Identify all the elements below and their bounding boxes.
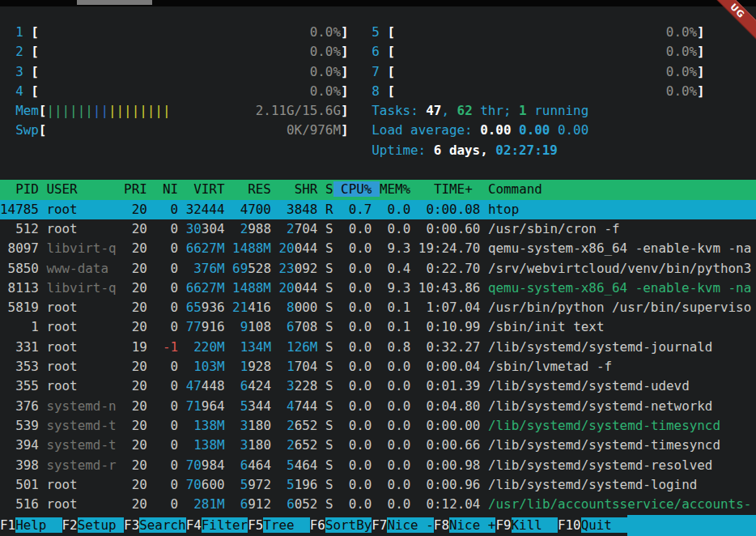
- process-mem: 9.3: [380, 240, 410, 256]
- mem-meter-value: 2.11G/15.6G: [256, 103, 341, 118]
- process-row[interactable]: 516 root 20 0 281M 6912 6052 S 0.0 0.0 0…: [0, 495, 756, 514]
- process-row[interactable]: 376 systemd-n 20 0 71964 5344 4744 S 0.0…: [0, 397, 756, 416]
- column-header-mem[interactable]: MEM%: [380, 181, 410, 197]
- load-average-stat: [512, 122, 520, 138]
- process-res: 4700: [240, 202, 271, 217]
- process-shr: 2: [287, 418, 295, 433]
- process-user: root: [46, 202, 116, 217]
- process-row[interactable]: 8097 libvirt-q 20 0 6627M 1488M 20044 S …: [0, 239, 756, 258]
- column-header-cpu-sort[interactable]: CPU%: [333, 181, 380, 197]
- cpu-meter-label-8: 8: [372, 83, 387, 99]
- column-header-shr[interactable]: SHR: [279, 181, 318, 197]
- fkey-f4[interactable]: F4Filter: [186, 515, 248, 536]
- column-header-ni[interactable]: NI: [155, 181, 178, 197]
- fkey-f10[interactable]: F10Quit: [558, 515, 627, 536]
- meter-bracket: [: [387, 64, 395, 79]
- column-header-user[interactable]: USER: [46, 181, 116, 197]
- fkey-f8[interactable]: F8Nice +: [434, 515, 496, 536]
- process-row[interactable]: 355 root 20 0 47448 6424 3228 S 0.0 0.0 …: [0, 376, 756, 396]
- process-pid: 1: [0, 319, 39, 334]
- process-virt: 138M: [193, 418, 224, 433]
- fkey-f2[interactable]: F2Setup: [62, 515, 125, 536]
- cpu-meter-row: 2 [ 0.0%] 6 [ 0.0%]: [0, 42, 756, 62]
- htop-terminal: 1 [ 0.0%] 5 [ 0.0%] 2 [ 0.0%] 6 [ 0.0%] …: [0, 6, 756, 514]
- tasks-stat: running: [527, 103, 589, 118]
- process-user: libvirt-q: [46, 240, 116, 256]
- meter-bracket: [: [387, 24, 395, 40]
- process-cpu: 0.0: [341, 437, 372, 453]
- swap-meter-row: Swp[ 0K/976M] Load average: 0.00 0.00 0.…: [0, 121, 756, 140]
- process-row[interactable]: 512 root 20 0 30304 2988 2704 S 0.0 0.0 …: [0, 219, 756, 239]
- process-cpu: 0.0: [341, 378, 372, 393]
- process-command: htop: [488, 202, 519, 217]
- process-ni: 0: [155, 437, 178, 453]
- mem-meter-label: Mem: [15, 103, 39, 118]
- column-header-command[interactable]: Command: [488, 181, 751, 197]
- process-row[interactable]: 539 systemd-t 20 0 138M 3180 2652 S 0.0 …: [0, 416, 756, 436]
- process-time: 0:00.00: [418, 418, 481, 433]
- meter-bracket: [: [31, 24, 39, 40]
- process-pid: 8113: [0, 280, 39, 296]
- process-virt: 220M: [193, 339, 224, 355]
- swap-meter-value: 0K/976M: [287, 122, 341, 138]
- process-shr: 6: [287, 496, 295, 512]
- cpu-meter-label-5: 5: [372, 24, 387, 40]
- process-pri: 20: [124, 240, 147, 256]
- fkey-f3[interactable]: F3Search: [124, 515, 186, 536]
- column-header-res[interactable]: RES: [232, 181, 271, 197]
- meter-bracket: [: [31, 44, 39, 59]
- process-row[interactable]: 14785 root 20 0 32444 4700 3848 R 0.7 0.…: [0, 200, 756, 219]
- fkey-label-f9: Kill: [512, 517, 558, 533]
- column-header-pri[interactable]: PRI: [124, 181, 147, 197]
- process-mem: 0.1: [380, 300, 410, 315]
- cpu-meter-label-3: 3: [0, 64, 31, 79]
- process-state: S: [325, 319, 333, 334]
- process-pri: 20: [124, 437, 147, 453]
- fkey-f6[interactable]: F6SortBy: [310, 515, 372, 536]
- process-res: 5: [240, 398, 248, 414]
- process-pri: 20: [124, 477, 147, 492]
- process-pid: 353: [0, 359, 39, 374]
- column-header-virt[interactable]: VIRT: [186, 181, 225, 197]
- process-user: root: [46, 359, 116, 374]
- process-res: 9: [240, 319, 248, 334]
- process-virt: 32444: [186, 202, 225, 217]
- fkey-f1[interactable]: F1Help: [0, 515, 62, 536]
- process-ni: 0: [155, 378, 178, 393]
- process-virt: 77: [186, 319, 202, 334]
- process-pid: 539: [0, 418, 39, 433]
- process-res: 3: [240, 437, 248, 453]
- process-row[interactable]: 8113 libvirt-q 20 0 6627M 1488M 20044 S …: [0, 279, 756, 298]
- process-row[interactable]: 5819 root 20 0 65936 21416 8000 S 0.0 0.…: [0, 298, 756, 317]
- process-virt: 6627M: [186, 280, 225, 296]
- process-time: 1:07.04: [418, 300, 481, 315]
- table-header-row[interactable]: PID USER PRI NI VIRT RES SHR S CPU% MEM%…: [0, 180, 756, 199]
- process-cpu: 0.0: [341, 280, 372, 296]
- fkey-f5[interactable]: F5Tree: [248, 515, 310, 536]
- column-header-pid[interactable]: PID: [0, 181, 39, 197]
- process-row[interactable]: 5850 www-data 20 0 376M 69528 23092 S 0.…: [0, 259, 756, 279]
- fkey-label-f3: Search: [139, 517, 185, 533]
- process-row[interactable]: 353 root 20 0 103M 1928 1704 S 0.0 0.0 0…: [0, 357, 756, 376]
- process-row[interactable]: 394 systemd-t 20 0 138M 3180 2652 S 0.0 …: [0, 436, 756, 455]
- cpu-meter-value-6: 0.0%: [395, 44, 697, 59]
- process-state: S: [325, 437, 333, 453]
- load-average-stat: 0.00: [558, 122, 588, 138]
- process-row[interactable]: 1 root 20 0 77916 9108 6708 S 0.0 0.1 0:…: [0, 317, 756, 337]
- fkey-key-f10: F10: [558, 517, 581, 533]
- process-row[interactable]: 501 root 20 0 70600 5972 5196 S 0.0 0.0 …: [0, 475, 756, 495]
- meter-bracket: ]: [697, 64, 705, 79]
- process-time: 0:00.96: [418, 477, 481, 492]
- fkey-key-f1: F1: [0, 517, 15, 533]
- fkey-f9[interactable]: F9Kill: [495, 515, 558, 536]
- process-mem: 0.0: [380, 437, 410, 453]
- process-shr: 4: [287, 398, 295, 414]
- process-cpu: 0.0: [341, 398, 372, 414]
- process-mem: 0.0: [380, 496, 410, 512]
- fkey-f7[interactable]: F7Nice -: [372, 515, 434, 536]
- column-header-time[interactable]: TIME+: [418, 181, 481, 197]
- process-row[interactable]: 331 root 19 -1 220M 134M 126M S 0.0 0.8 …: [0, 338, 756, 357]
- column-header-state[interactable]: S: [325, 181, 333, 197]
- process-ni: 0: [155, 240, 178, 256]
- process-row[interactable]: 398 systemd-r 20 0 70984 6464 5464 S 0.0…: [0, 456, 756, 475]
